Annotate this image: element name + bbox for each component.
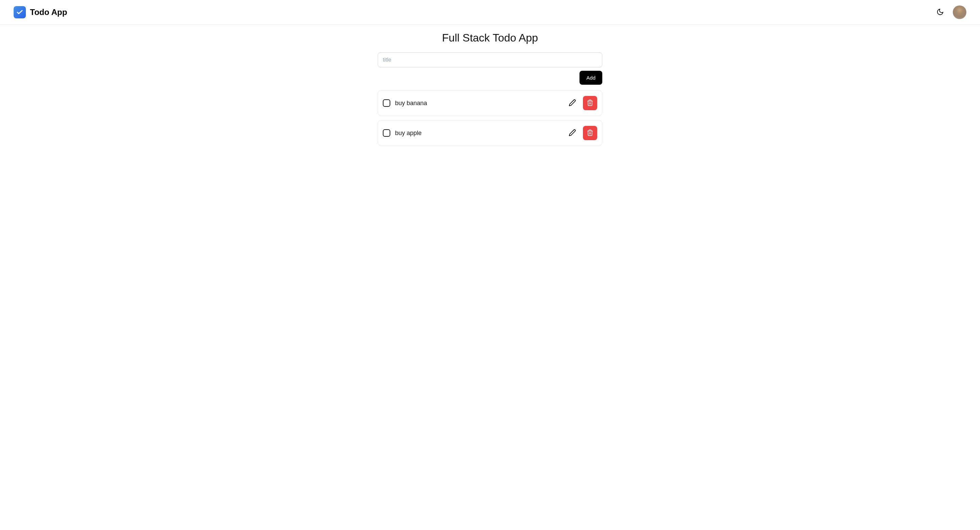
- moon-icon: [937, 8, 944, 17]
- app-header: Todo App: [0, 0, 980, 25]
- app-logo-icon: [14, 6, 26, 18]
- user-avatar[interactable]: [953, 5, 966, 19]
- todo-left: buy apple: [383, 129, 422, 137]
- todo-left: buy banana: [383, 99, 427, 107]
- header-left: Todo App: [14, 6, 67, 18]
- header-right: [934, 5, 966, 19]
- todo-text: buy apple: [395, 130, 422, 137]
- add-button[interactable]: Add: [579, 71, 602, 85]
- pencil-icon: [569, 129, 576, 137]
- delete-button[interactable]: [583, 126, 597, 140]
- todo-checkbox[interactable]: [383, 129, 390, 137]
- edit-button[interactable]: [567, 98, 578, 109]
- theme-toggle-button[interactable]: [934, 6, 946, 19]
- add-row: Add: [378, 71, 602, 85]
- todo-checkbox[interactable]: [383, 99, 390, 107]
- page-title: Full Stack Todo App: [378, 32, 602, 44]
- todo-actions: [567, 96, 597, 110]
- pencil-icon: [569, 99, 576, 108]
- title-input[interactable]: [378, 52, 602, 67]
- todo-item: buy apple: [378, 120, 602, 146]
- todo-list: buy banana: [378, 90, 602, 146]
- todo-text: buy banana: [395, 100, 427, 107]
- input-row: [378, 52, 602, 67]
- trash-icon: [587, 99, 593, 107]
- edit-button[interactable]: [567, 128, 578, 139]
- delete-button[interactable]: [583, 96, 597, 110]
- trash-icon: [587, 129, 593, 137]
- todo-actions: [567, 126, 597, 140]
- main-content: Full Stack Todo App Add buy banana: [371, 25, 609, 153]
- todo-item: buy banana: [378, 90, 602, 116]
- app-name: Todo App: [30, 8, 67, 17]
